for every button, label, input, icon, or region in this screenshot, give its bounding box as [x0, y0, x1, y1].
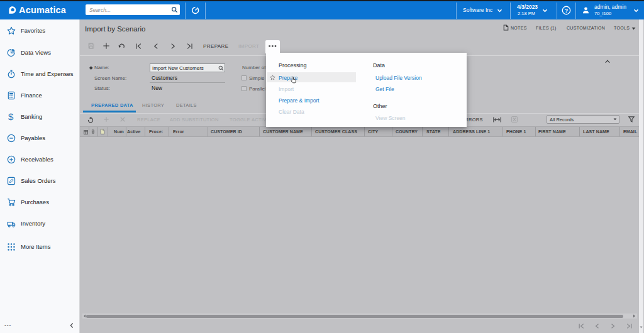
svg-text:?: ? — [565, 8, 568, 14]
